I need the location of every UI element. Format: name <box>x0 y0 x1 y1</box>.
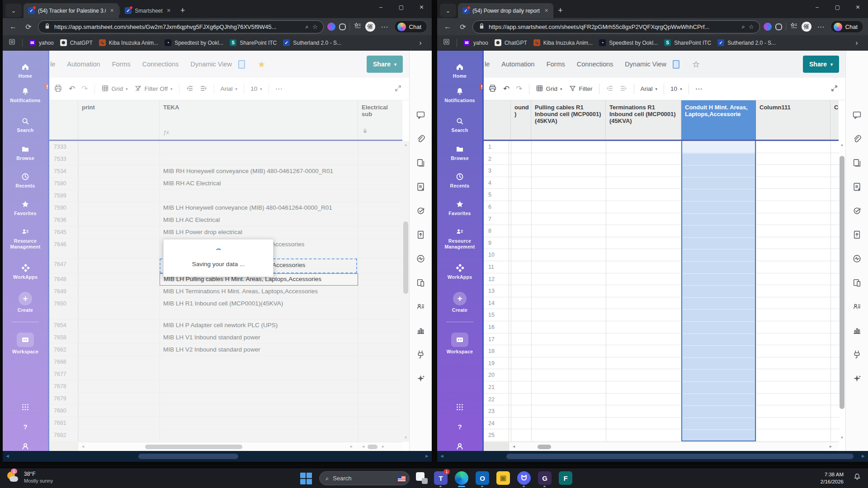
row-number[interactable]: 10 <box>484 249 509 261</box>
row-number[interactable]: 7 <box>484 213 509 225</box>
vertical-scrollbar[interactable]: ▲▼ <box>839 141 845 441</box>
column-header-c4[interactable]: Column111 <box>756 100 830 140</box>
favorites-list-icon[interactable] <box>790 22 798 32</box>
column-header-c1[interactable]: Pulling cables R1 Inbound cell (MCP0001)… <box>531 100 606 140</box>
tab-close-icon[interactable]: ✕ <box>166 8 172 14</box>
row-number[interactable]: 14 <box>484 297 509 310</box>
bookmark-item[interactable]: ∿Kiba Inuzuka Anim... <box>99 39 158 46</box>
page-scrollbar[interactable]: ◄► <box>437 451 868 462</box>
maximize-button[interactable]: ▢ <box>827 0 848 14</box>
taskbar-weather-widget[interactable]: 1 38°F Mostly sunny <box>6 470 53 484</box>
sidebar-item-recents[interactable]: Recents <box>437 172 482 189</box>
bookmarks-overflow-icon[interactable]: › <box>851 39 863 47</box>
back-button[interactable]: ← <box>442 23 453 31</box>
tab-search-button[interactable]: ⌄ <box>5 4 22 17</box>
menu-item-forms[interactable]: Forms <box>547 61 565 68</box>
taskbar-app-explorer[interactable]: ▣ <box>496 471 510 485</box>
scroll-right-icon[interactable]: ► <box>861 453 866 459</box>
row-number[interactable]: 21 <box>484 381 509 394</box>
bookmark-item[interactable]: ✉yahoo <box>29 39 54 46</box>
apps-icon[interactable] <box>8 38 16 47</box>
view-switcher-grid[interactable]: Grid▾ <box>536 84 562 94</box>
copilot-chat-button[interactable]: Chat <box>394 20 427 33</box>
sidebar-item-home[interactable]: Home <box>437 62 482 79</box>
bookmark-item[interactable]: ✓Sutherland 2.0 - S... <box>283 39 341 46</box>
rail-mobile-icon[interactable] <box>852 278 862 288</box>
maximize-button[interactable]: ▢ <box>391 0 411 14</box>
taskbar-app-forms[interactable]: F <box>559 471 572 485</box>
refresh-button[interactable]: ⟳ <box>457 23 469 31</box>
row-number[interactable]: 16 <box>484 321 509 333</box>
row-number[interactable]: 3 <box>484 165 509 177</box>
more-icon[interactable]: ⋯ <box>815 23 827 31</box>
row-number[interactable]: 20 <box>484 369 509 381</box>
bookmarks-overflow-icon[interactable]: › <box>415 39 426 47</box>
menu-item-connections[interactable]: Connections <box>577 61 613 68</box>
start-button[interactable] <box>300 473 312 484</box>
row-number[interactable]: 18 <box>484 345 509 357</box>
row-number[interactable]: 17 <box>484 333 509 346</box>
taskbar-app-teams[interactable]: T1 <box>434 471 448 485</box>
font-select[interactable]: Arial▾ <box>641 85 658 92</box>
favorites-list-icon[interactable] <box>354 22 362 32</box>
rail-ai-icon[interactable] <box>416 374 426 384</box>
menu-item-automation[interactable]: Automation <box>501 61 534 68</box>
sidebar-apps-grid-icon[interactable] <box>437 403 482 411</box>
sidebar-item-browse[interactable]: Browse <box>437 145 482 161</box>
rail-comment-icon[interactable] <box>416 110 426 120</box>
row-number[interactable]: 1 <box>484 141 509 153</box>
scroll-right-icon[interactable]: ▸ <box>830 444 832 449</box>
back-button[interactable]: ← <box>7 23 19 31</box>
bookmark-item[interactable]: ∿Kiba Inuzuka Anim... <box>533 39 593 46</box>
scroll-left-icon[interactable]: ◄ <box>5 453 10 459</box>
font-size-select[interactable]: 10▾ <box>670 85 682 92</box>
rail-mobile-icon[interactable] <box>416 278 426 288</box>
bookmark-item[interactable]: ✉yahoo <box>463 39 488 46</box>
rail-publish-icon[interactable] <box>852 230 862 240</box>
row-number[interactable]: 5 <box>484 189 509 201</box>
taskbar-app-discord[interactable]: ᗢ <box>517 471 531 485</box>
outdent-button[interactable] <box>606 84 613 94</box>
sidebar-item-resource-management[interactable]: Resource Management <box>437 227 482 250</box>
new-tab-button[interactable]: + <box>176 6 190 18</box>
bookmark-item[interactable]: SSharePoint ITC <box>230 39 277 46</box>
scrollbar-thumb[interactable] <box>840 156 844 409</box>
column-header-c5[interactable]: C <box>830 100 839 140</box>
browser-tab[interactable]: ✓Smartsheet✕ <box>120 3 176 18</box>
page-scrollbar[interactable]: ◄► <box>3 451 432 462</box>
rail-ai-icon[interactable] <box>852 374 862 384</box>
row-number[interactable]: 11 <box>484 261 509 273</box>
bookmark-item[interactable]: ✺ChatGPT <box>60 39 93 46</box>
bookmark-item[interactable]: ✺ChatGPT <box>495 39 527 46</box>
copilot-chat-button[interactable]: Chat <box>830 20 863 33</box>
bookmark-item[interactable]: ✓Sutherland 2.0 - S... <box>717 39 776 46</box>
address-bar[interactable]: https://app.smartsheet.com/sheets/Gw2m7J… <box>38 20 324 33</box>
taskbar-app-edge[interactable] <box>455 471 468 485</box>
minimize-button[interactable]: – <box>371 0 391 14</box>
scroll-up-icon[interactable]: ▲ <box>839 143 845 147</box>
menu-item-dynamic-view[interactable]: Dynamic View <box>625 61 666 68</box>
row-number[interactable]: 22 <box>484 394 509 406</box>
rail-comment-icon[interactable] <box>852 110 862 120</box>
print-icon[interactable] <box>488 84 497 94</box>
more-icon[interactable]: ⋯ <box>379 23 391 31</box>
column-header-c3[interactable]: Conduit H Mint. Areas, Laptops,Accessori… <box>681 100 756 140</box>
filter-button[interactable]: Filter <box>569 84 593 94</box>
rail-contacts-icon[interactable] <box>416 302 426 312</box>
expand-icon[interactable] <box>830 84 838 94</box>
address-bar[interactable]: https://app.smartsheet.com/sheets/qFR2pG… <box>472 20 760 33</box>
scroll-left-icon[interactable]: ◄ <box>439 453 444 459</box>
extension-icon[interactable] <box>764 23 772 31</box>
apps-icon[interactable] <box>443 38 450 47</box>
zoom-icon[interactable]: ⌕ <box>306 23 309 30</box>
browser-tab[interactable]: ✓(54) Power drop daily report AIB - ✕ <box>458 3 553 18</box>
sidebar-item-create[interactable]: +Create <box>437 292 482 313</box>
sidebar-item-search[interactable]: Search <box>437 117 482 133</box>
sidebar-item-workspace[interactable]: Workspace <box>437 333 482 355</box>
column-header-rownum[interactable] <box>486 100 511 140</box>
rail-baseline-icon[interactable]: B <box>852 182 862 192</box>
rail-connections-icon[interactable] <box>416 350 426 360</box>
grid-horizontal-scrollbar[interactable]: ◂▸ <box>484 442 839 451</box>
row-number[interactable]: 15 <box>484 309 509 321</box>
row-number[interactable]: 8 <box>484 225 509 237</box>
